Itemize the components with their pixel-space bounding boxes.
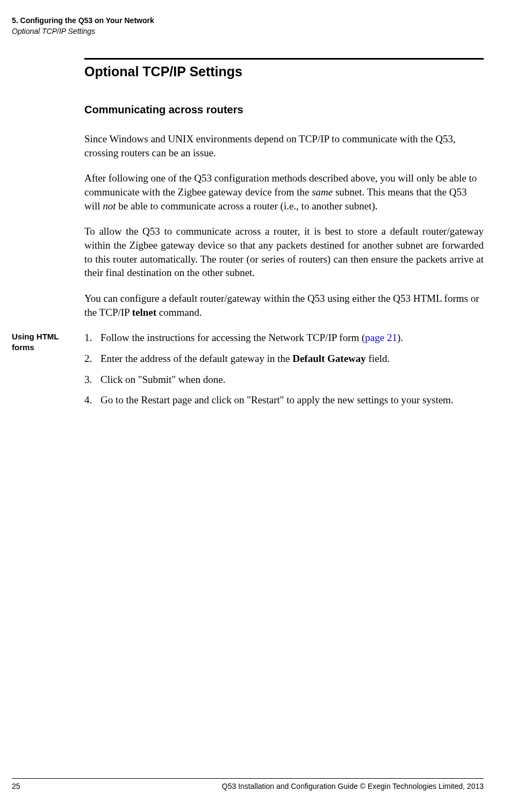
paragraph-3: To allow the Q53 to communicate across a…: [84, 224, 484, 280]
page-footer: 25 Q53 Installation and Configuration Gu…: [12, 778, 484, 791]
list-number: 3.: [84, 373, 101, 387]
list-item-3: 3. Click on "Submit" when done.: [84, 373, 484, 387]
list-text: Enter the address of the default gateway…: [101, 352, 484, 366]
header-section: Optional TCP/IP Settings: [12, 26, 484, 37]
list-text: Go to the Restart page and click on "Res…: [101, 393, 484, 407]
list-item-1: 1. Follow the instructions for accessing…: [84, 331, 484, 345]
section-heading: Optional TCP/IP Settings: [84, 64, 484, 79]
ordered-list: 1. Follow the instructions for accessing…: [84, 331, 484, 407]
i2-text-a: Enter the address of the default gateway…: [101, 353, 292, 364]
list-item-2: 2. Enter the address of the default gate…: [84, 352, 484, 366]
i2-text-b: field.: [366, 353, 390, 364]
p2-text-c: be able to communicate across a router (…: [116, 200, 378, 212]
subsection-heading: Communicating across routers: [84, 104, 484, 116]
list-text: Follow the instructions for accessing th…: [101, 331, 484, 345]
list-item-4: 4. Go to the Restart page and click on "…: [84, 393, 484, 407]
section-divider: [84, 58, 484, 60]
paragraph-1: Since Windows and UNIX environments depe…: [84, 132, 484, 160]
footer-copyright: Q53 Installation and Configuration Guide…: [222, 782, 484, 791]
list-number: 2.: [84, 352, 101, 366]
content-area: Optional TCP/IP Settings Communicating a…: [84, 58, 484, 407]
list-text: Click on "Submit" when done.: [101, 373, 484, 387]
page-number: 25: [12, 782, 20, 791]
p2-italic-not: not: [103, 200, 116, 212]
list-number: 4.: [84, 393, 101, 407]
paragraph-4: You can configure a default router/gatew…: [84, 292, 484, 319]
i1-text-a: Follow the instructions for accessing th…: [101, 332, 365, 343]
i2-bold: Default Gateway: [292, 353, 366, 364]
i1-text-b: ).: [397, 332, 403, 343]
header-chapter: 5. Configuring the Q53 on Your Network: [12, 16, 484, 26]
p4-bold-telnet: telnet: [132, 307, 156, 318]
p4-text-b: command.: [156, 307, 202, 318]
p2-italic-same: same: [312, 186, 333, 198]
list-number: 1.: [84, 331, 101, 345]
paragraph-2: After following one of the Q53 configura…: [84, 171, 484, 213]
page-header: 5. Configuring the Q53 on Your Network O…: [12, 16, 484, 37]
page-link[interactable]: page 21: [365, 332, 397, 343]
margin-note-html-forms: Using HTML forms: [12, 331, 79, 352]
